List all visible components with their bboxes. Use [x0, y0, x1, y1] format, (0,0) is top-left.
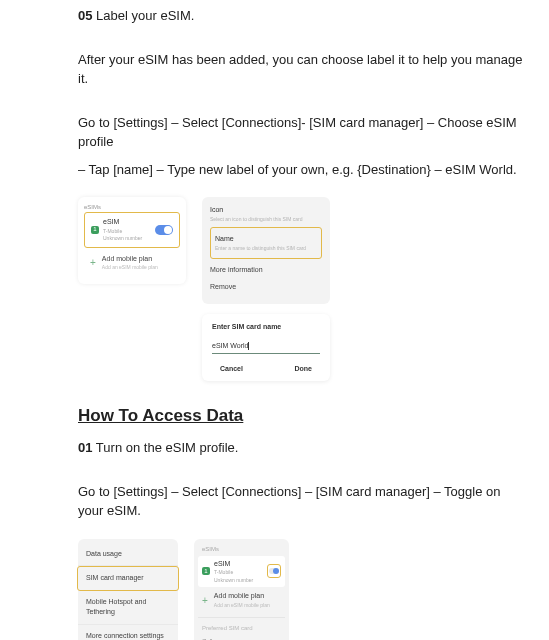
esim-number-2: Unknown number	[214, 577, 253, 585]
add-plan-sub-2: Add an eSIM mobile plan	[214, 602, 270, 610]
label-panel-column: Icon Select an icon to distinguish this …	[202, 197, 330, 381]
sim-detail-panel: Icon Select an icon to distinguish this …	[202, 197, 330, 304]
add-plan-label: Add mobile plan	[102, 254, 158, 265]
add-mobile-plan-row: + Add mobile plan Add an eSIM mobile pla…	[84, 248, 180, 278]
name-section-sub: Enter a name to distinguish this SIM car…	[215, 245, 317, 253]
step-01-line: 01 Turn on the eSIM profile.	[78, 438, 529, 458]
step-05-line: 05 Label your eSIM.	[78, 6, 529, 26]
esims-header-2: eSIMs	[198, 543, 285, 556]
tap-instruction: – Tap [name] – Type new label of your ow…	[78, 160, 529, 180]
step-01-title: Turn on the eSIM profile.	[96, 440, 239, 455]
esim-name: eSIM	[103, 217, 142, 228]
esim-name-2: eSIM	[214, 559, 253, 570]
sim-index-badge-2: 1	[202, 567, 210, 575]
remove-row: Remove	[210, 282, 322, 293]
esim-toggle-highlight	[267, 564, 281, 578]
popup-title: Enter SIM card name	[212, 322, 320, 333]
connections-row-data-usage: Data usage	[78, 543, 178, 567]
plus-icon: +	[90, 255, 96, 270]
esim-carrier: T-Mobile	[103, 228, 142, 236]
illustration-access-data: Data usage SIM card manager Mobile Hotsp…	[78, 539, 529, 641]
how-to-access-data-heading: How To Access Data	[78, 403, 529, 429]
icon-section-sub: Select an icon to distinguish this SIM c…	[210, 216, 322, 224]
icon-section-title: Icon	[210, 205, 322, 216]
divider	[198, 617, 285, 618]
esim-number: Unknown number	[103, 235, 142, 243]
connections-row-sim-manager: SIM card manager	[77, 566, 179, 591]
name-section-box: Name Enter a name to distinguish this SI…	[210, 227, 322, 259]
goto-instruction-1: Go to [Settings] – Select [Connections]-…	[78, 113, 529, 152]
connections-row-hotspot: Mobile Hotspot and Tethering	[78, 591, 178, 625]
popup-input-value: eSIM World	[212, 342, 248, 349]
add-plan-sub: Add an eSIM mobile plan	[102, 264, 158, 272]
sim-index-badge: 1	[91, 226, 99, 234]
esims-header: eSIMs	[84, 203, 180, 212]
add-plan-label-2: Add mobile plan	[214, 591, 270, 602]
step-01-num: 01	[78, 440, 92, 455]
esim-toggle	[155, 225, 173, 235]
sim-manager-card: eSIMs 1 eSIM T-Mobile Unknown number + A…	[78, 197, 186, 284]
add-mobile-plan-row-2: + Add mobile plan Add an eSIM mobile pla…	[198, 587, 285, 613]
goto-instruction-2: Go to [Settings] – Select [Connections] …	[78, 482, 529, 521]
step-05-num: 05	[78, 8, 92, 23]
esim-carrier-2: T-Mobile	[214, 569, 253, 577]
popup-cancel-button: Cancel	[220, 364, 243, 375]
sim-manager-card-2: eSIMs 1 eSIM T-Mobile Unknown number + A…	[194, 539, 289, 641]
esim-profile-row-2: 1 eSIM T-Mobile Unknown number	[198, 556, 285, 588]
popup-done-button: Done	[295, 364, 313, 375]
connections-card: Data usage SIM card manager Mobile Hotsp…	[78, 539, 178, 641]
plus-icon-2: +	[202, 593, 208, 608]
name-input-popup: Enter SIM card name eSIM World Cancel Do…	[202, 314, 330, 381]
connections-row-more: More connection settings	[78, 625, 178, 641]
step-05-title: Label your eSIM.	[96, 8, 194, 23]
name-section-title: Name	[215, 234, 317, 245]
calls-label: Calls	[198, 635, 285, 640]
text-cursor	[248, 342, 249, 350]
esim-profile-row: 1 eSIM T-Mobile Unknown number	[84, 212, 180, 248]
illustration-label-esim: eSIMs 1 eSIM T-Mobile Unknown number + A…	[78, 197, 529, 381]
more-info-row: More information	[210, 265, 322, 276]
esim-toggle-2	[269, 568, 279, 574]
after-added-paragraph: After your eSIM has been added, you can …	[78, 50, 529, 89]
preferred-sim-label: Preferred SIM card	[198, 622, 285, 635]
popup-input: eSIM World	[212, 337, 320, 355]
